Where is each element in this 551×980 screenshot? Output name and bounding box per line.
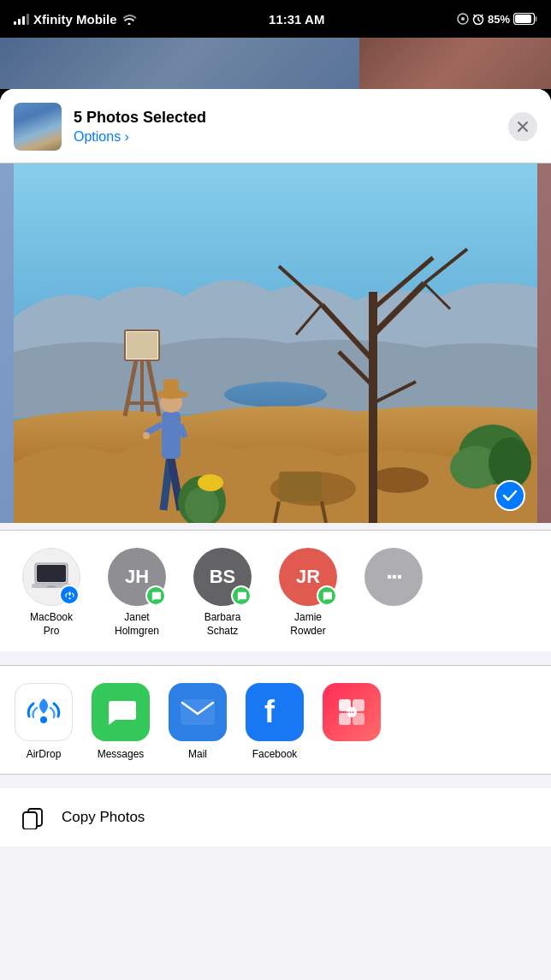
apps-row: AirDrop Messages bbox=[14, 683, 537, 760]
share-sheet: 5 Photos Selected Options › bbox=[0, 89, 551, 980]
airdrop-icon bbox=[15, 683, 73, 741]
share-header: 5 Photos Selected Options › bbox=[0, 89, 551, 163]
svg-point-9 bbox=[369, 467, 429, 493]
app-facebook[interactable]: f Facebook bbox=[245, 683, 305, 760]
message-badge-jr bbox=[317, 585, 337, 606]
svg-text:f: f bbox=[264, 694, 276, 729]
close-button[interactable] bbox=[508, 112, 537, 141]
actions-section: Copy Photos bbox=[0, 788, 551, 846]
photo-carousel[interactable] bbox=[0, 163, 551, 523]
jr-avatar: JR bbox=[279, 548, 337, 606]
person-bs[interactable]: BS BarbaraSchatz bbox=[188, 548, 257, 638]
svg-text:···: ··· bbox=[347, 707, 354, 717]
signal-icon bbox=[14, 14, 29, 25]
facebook-label: Facebook bbox=[252, 748, 298, 760]
jh-name: JanetHolmgren bbox=[115, 611, 159, 638]
jh-avatar: JH bbox=[108, 548, 166, 606]
status-left: Xfinity Mobile bbox=[14, 12, 137, 27]
svg-rect-25 bbox=[162, 412, 181, 459]
carrier-label: Xfinity Mobile bbox=[33, 12, 117, 27]
strip-left bbox=[0, 38, 359, 89]
svg-point-49 bbox=[40, 716, 47, 723]
svg-point-31 bbox=[143, 432, 150, 439]
svg-rect-5 bbox=[515, 15, 531, 23]
battery-label: 85% bbox=[488, 13, 510, 26]
carousel-right-strip bbox=[537, 163, 551, 523]
location-icon bbox=[457, 13, 469, 25]
strip-right bbox=[359, 38, 551, 89]
bs-avatar: BS bbox=[193, 548, 252, 606]
share-header-left: 5 Photos Selected Options › bbox=[14, 103, 206, 151]
svg-rect-60 bbox=[23, 812, 37, 829]
people-section: MacBookPro JH JanetHolmgren BS bbox=[0, 530, 551, 651]
copy-icon bbox=[17, 802, 48, 833]
carousel-main bbox=[14, 163, 537, 523]
people-row: MacBookPro JH JanetHolmgren BS bbox=[17, 548, 534, 638]
svg-rect-28 bbox=[163, 379, 179, 396]
svg-rect-45 bbox=[37, 565, 66, 582]
copy-photos-row[interactable]: Copy Photos bbox=[0, 788, 551, 846]
messages-label: Messages bbox=[98, 748, 145, 760]
person-more[interactable]: ··· bbox=[359, 548, 428, 638]
apps-section: AirDrop Messages bbox=[0, 665, 551, 775]
app-messages[interactable]: Messages bbox=[91, 683, 151, 760]
photos-strip bbox=[0, 38, 551, 89]
app-mail[interactable]: Mail bbox=[168, 683, 228, 760]
status-bar: Xfinity Mobile 11:31 AM 85% bbox=[0, 0, 551, 38]
svg-point-43 bbox=[198, 474, 223, 491]
svg-line-30 bbox=[181, 425, 185, 437]
carousel-left-strip bbox=[0, 163, 14, 523]
separator-3 bbox=[0, 775, 551, 781]
copy-photos-label: Copy Photos bbox=[62, 809, 145, 826]
share-title: 5 Photos Selected bbox=[74, 109, 206, 128]
battery-icon bbox=[513, 13, 537, 25]
mail-label: Mail bbox=[188, 748, 207, 760]
share-title-area: 5 Photos Selected Options › bbox=[74, 109, 206, 145]
svg-point-7 bbox=[224, 382, 327, 407]
airdrop-badge bbox=[59, 585, 80, 605]
svg-rect-4 bbox=[536, 16, 537, 21]
airdrop-label: AirDrop bbox=[27, 748, 62, 760]
svg-rect-47 bbox=[47, 586, 56, 588]
messages-icon bbox=[92, 683, 150, 741]
separator-2 bbox=[0, 651, 551, 658]
message-badge-jh bbox=[145, 585, 166, 606]
app-airdrop[interactable]: AirDrop bbox=[14, 683, 74, 760]
scene-svg bbox=[14, 163, 537, 523]
time-label: 11:31 AM bbox=[269, 12, 324, 27]
svg-point-48 bbox=[68, 597, 70, 599]
svg-point-42 bbox=[185, 487, 219, 523]
more-avatar: ··· bbox=[364, 548, 423, 606]
alarm-icon bbox=[472, 13, 484, 25]
chevron-right-icon: › bbox=[125, 129, 129, 144]
separator-1 bbox=[0, 523, 551, 530]
app-more[interactable]: ··· bbox=[322, 683, 382, 741]
wifi-icon bbox=[121, 13, 137, 25]
macbook-name: MacBookPro bbox=[30, 611, 73, 638]
photo-thumbnail bbox=[14, 103, 62, 151]
bs-name: BarbaraSchatz bbox=[204, 611, 241, 638]
svg-point-1 bbox=[461, 17, 465, 21]
mail-icon bbox=[169, 683, 227, 741]
person-jr[interactable]: JR JamieRowder bbox=[274, 548, 342, 638]
share-options-link[interactable]: Options › bbox=[74, 129, 206, 145]
person-jh[interactable]: JH JanetHolmgren bbox=[103, 548, 171, 638]
svg-rect-37 bbox=[127, 332, 157, 359]
svg-rect-51 bbox=[181, 699, 215, 725]
selection-checkmark bbox=[495, 480, 525, 511]
more-apps-icon: ··· bbox=[323, 683, 381, 741]
jr-name: JamieRowder bbox=[290, 611, 325, 638]
facebook-icon: f bbox=[246, 683, 304, 741]
bottom-space bbox=[0, 846, 551, 915]
status-right: 85% bbox=[457, 13, 537, 26]
svg-rect-38 bbox=[279, 472, 322, 502]
macbook-avatar bbox=[22, 548, 80, 606]
message-badge-bs bbox=[231, 585, 252, 606]
person-macbook[interactable]: MacBookPro bbox=[17, 548, 86, 638]
